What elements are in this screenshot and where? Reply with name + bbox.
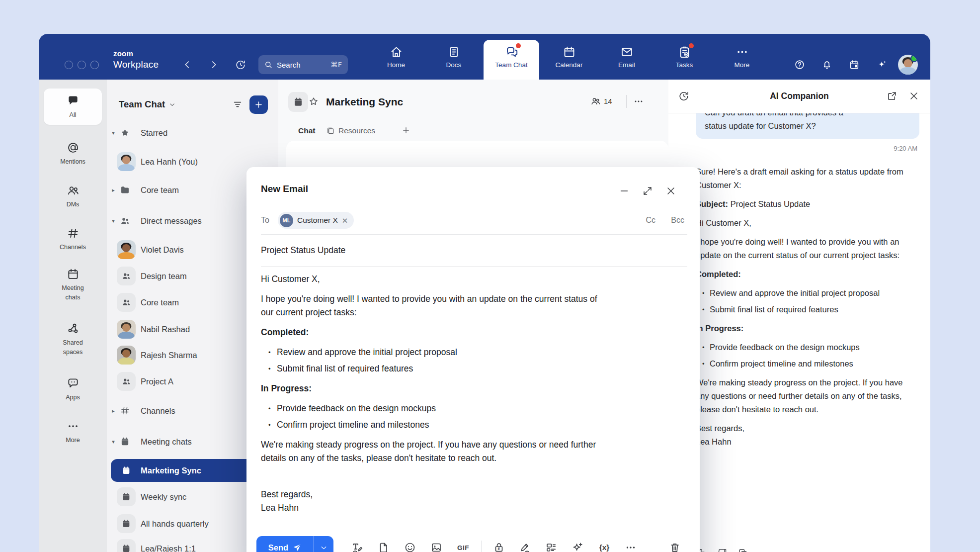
- star-icon[interactable]: [308, 96, 319, 107]
- recipient-chip[interactable]: ML Customer X ✕: [278, 212, 354, 229]
- ai-companion-icon[interactable]: [877, 59, 888, 70]
- traffic-light-minimize-icon[interactable]: [78, 61, 86, 69]
- meeting-calendar-icon: [117, 461, 136, 480]
- ai-feedback-bar: [696, 548, 748, 552]
- modal-title: New Email: [261, 184, 308, 194]
- user-message-bubble: Can you draft an email that provides a s…: [696, 113, 919, 139]
- tasks-icon: [678, 45, 691, 59]
- meeting-calendar-icon: [117, 539, 136, 552]
- forward-icon[interactable]: [208, 59, 219, 70]
- thumb-down-icon[interactable]: [717, 548, 728, 552]
- svg-text:E: E: [497, 547, 500, 551]
- history-icon[interactable]: [235, 59, 246, 70]
- navbar-tab-home[interactable]: Home: [367, 34, 425, 80]
- close-icon[interactable]: [908, 91, 919, 101]
- more-icon[interactable]: [625, 542, 637, 552]
- navbar-tab-docs[interactable]: Docs: [425, 34, 483, 80]
- send-button[interactable]: Send: [256, 536, 333, 552]
- add-tab-icon[interactable]: [402, 126, 410, 135]
- rail-item-dms[interactable]: DMs: [43, 184, 103, 209]
- avatar: [117, 346, 136, 365]
- back-icon[interactable]: [182, 59, 193, 70]
- new-email-modal: New Email To ML Customer X ✕ Cc Bcc Proj…: [246, 167, 700, 552]
- main-tabs: Chat Resources: [278, 126, 668, 141]
- tab-chat[interactable]: Chat: [298, 126, 315, 135]
- variables-icon[interactable]: {x}: [599, 543, 610, 552]
- open-in-new-icon[interactable]: [887, 91, 898, 101]
- signature-icon[interactable]: [519, 542, 531, 552]
- rail-item-meeting-chats[interactable]: Meetingchats: [43, 268, 103, 303]
- top-navbar: zoom Workplace Search ⌘F HomeDocsTeam Ch…: [39, 34, 930, 80]
- left-rail: AllMentionsDMsChannelsMeetingchatsShared…: [39, 80, 107, 552]
- expand-icon[interactable]: [642, 185, 653, 196]
- team-chat-icon: [505, 45, 518, 59]
- calendar-day-icon[interactable]: [849, 59, 860, 70]
- traffic-light-close-icon[interactable]: [65, 61, 73, 69]
- avatar: [117, 240, 136, 259]
- share-nodes-icon: [67, 322, 80, 335]
- send-options-dropdown[interactable]: [314, 536, 333, 552]
- attach-file-icon[interactable]: [378, 542, 390, 552]
- search-input[interactable]: Search ⌘F: [258, 55, 348, 74]
- plus-icon: [254, 100, 263, 109]
- rail-item-mentions[interactable]: Mentions: [43, 141, 103, 167]
- minimize-icon[interactable]: [619, 185, 630, 196]
- navbar-tab-tasks[interactable]: Tasks: [655, 34, 713, 80]
- rail-item-all[interactable]: All: [44, 89, 102, 125]
- rail-item-shared-spaces[interactable]: Sharedspaces: [43, 322, 103, 358]
- caret-right-icon[interactable]: ▸: [110, 187, 117, 193]
- subject-field[interactable]: Project Status Update: [261, 241, 345, 260]
- notifications-icon[interactable]: [821, 59, 832, 70]
- help-icon[interactable]: [794, 59, 805, 70]
- chat-list-title-dropdown[interactable]: Team Chat: [119, 93, 176, 115]
- delete-icon[interactable]: [669, 542, 681, 552]
- section-starred[interactable]: ▾Starred: [107, 120, 278, 146]
- header-divider: [626, 95, 627, 108]
- docs-icon: [447, 45, 461, 59]
- chat-list-header: Team Chat: [107, 93, 278, 115]
- meeting-calendar-icon: [288, 92, 308, 112]
- filter-icon[interactable]: [232, 99, 243, 110]
- email-body-editor[interactable]: Hi Customer X,I hope you're doing well! …: [261, 273, 609, 521]
- more-options-icon[interactable]: [633, 96, 644, 107]
- navbar-tab-email[interactable]: Email: [598, 34, 655, 80]
- group-icon: [117, 267, 136, 285]
- to-field[interactable]: To ML Customer X ✕ Cc Bcc: [261, 211, 688, 230]
- close-icon[interactable]: [665, 185, 676, 196]
- app-window: zoom Workplace Search ⌘F HomeDocsTeam Ch…: [39, 34, 930, 552]
- traffic-light-zoom-icon[interactable]: [90, 61, 99, 69]
- page-title: Marketing Sync: [326, 92, 403, 112]
- bcc-button[interactable]: Bcc: [671, 216, 684, 225]
- avatar[interactable]: [898, 55, 918, 75]
- ai-conversation: Can you draft an email that provides a s…: [668, 113, 930, 552]
- rail-item-channels[interactable]: Channels: [43, 227, 103, 252]
- emoji-icon[interactable]: [404, 542, 416, 552]
- remove-recipient-icon[interactable]: ✕: [342, 217, 348, 224]
- text-format-icon[interactable]: [351, 542, 363, 552]
- navbar-tab-more[interactable]: More: [713, 34, 771, 80]
- navbar-tab-calendar[interactable]: Calendar: [540, 34, 598, 80]
- rail-item-more[interactable]: More: [43, 420, 103, 445]
- image-icon[interactable]: [430, 542, 442, 552]
- ai-compose-icon[interactable]: [572, 542, 583, 552]
- avatar: [117, 152, 136, 171]
- encrypt-icon[interactable]: E: [493, 542, 505, 552]
- template-icon[interactable]: [545, 542, 557, 552]
- add-chat-button[interactable]: [249, 95, 268, 114]
- caret-down-icon[interactable]: ▾: [110, 218, 117, 224]
- navbar-tab-team-chat[interactable]: Team Chat: [483, 34, 540, 80]
- tab-resources[interactable]: Resources: [326, 126, 375, 135]
- caret-right-icon[interactable]: ▸: [110, 408, 117, 414]
- calendar-icon: [120, 437, 130, 447]
- more-icon: [735, 45, 749, 59]
- members-count-button[interactable]: 14: [590, 96, 612, 106]
- rail-item-apps[interactable]: Apps: [43, 377, 103, 402]
- message-timestamp: 9:20 AM: [894, 145, 917, 152]
- search-icon: [264, 60, 273, 69]
- gif-icon[interactable]: GIF: [457, 544, 469, 552]
- copy-icon[interactable]: [737, 548, 748, 552]
- meeting-calendar-icon: [117, 487, 136, 506]
- cc-button[interactable]: Cc: [646, 216, 655, 225]
- caret-down-icon[interactable]: ▾: [110, 439, 117, 445]
- caret-down-icon[interactable]: ▾: [110, 130, 117, 136]
